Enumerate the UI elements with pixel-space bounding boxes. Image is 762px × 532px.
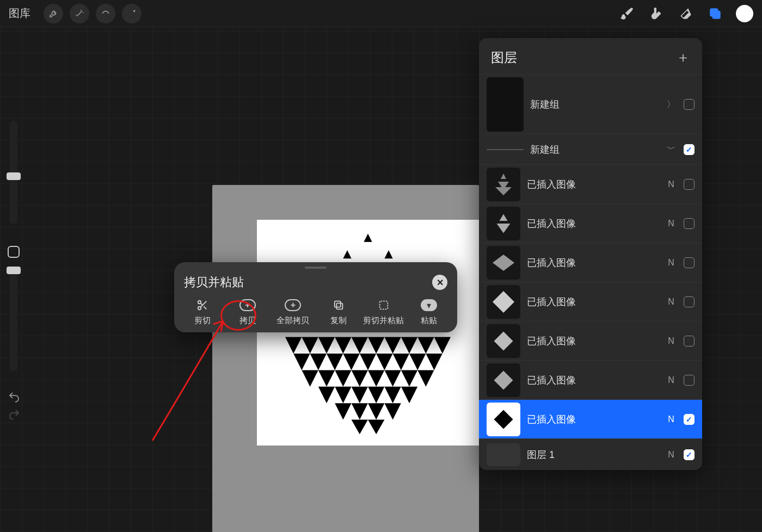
- layers-panel: 图层 ＋ 新建组 〉 新建组 ﹀ 已插入图像 N 已插入图像: [479, 38, 702, 470]
- layers-list[interactable]: 新建组 〉 新建组 ﹀ 已插入图像 N 已插入图像 N 已插入图像 N: [479, 75, 702, 470]
- svg-marker-4: [384, 250, 392, 258]
- duplicate-button[interactable]: 复制: [318, 299, 359, 326]
- svg-marker-65: [494, 410, 513, 429]
- opacity-thumb[interactable]: [7, 267, 21, 274]
- cut-paste-button[interactable]: 剪切并粘贴: [363, 299, 404, 326]
- layer-row[interactable]: 已插入图像 N: [479, 321, 702, 360]
- layer-row[interactable]: 已插入图像 N: [479, 243, 702, 282]
- scissors-icon: [194, 299, 211, 311]
- visibility-checkbox[interactable]: [684, 449, 695, 460]
- layer-row[interactable]: 已插入图像 N: [479, 164, 702, 203]
- svg-marker-26: [434, 337, 451, 353]
- wrench-icon[interactable]: [44, 4, 63, 23]
- visibility-checkbox[interactable]: [684, 179, 695, 190]
- action-label: 全部拷贝: [276, 316, 309, 326]
- blend-mode-indicator[interactable]: N: [665, 180, 677, 189]
- undo-icon[interactable]: [8, 391, 22, 405]
- svg-marker-56: [501, 174, 506, 179]
- wand-icon[interactable]: [70, 4, 89, 23]
- brush-size-thumb[interactable]: [7, 172, 21, 180]
- visibility-checkbox[interactable]: [684, 414, 695, 425]
- redo-icon[interactable]: [8, 408, 22, 422]
- blend-mode-indicator[interactable]: N: [665, 450, 677, 460]
- color-swatch[interactable]: [736, 5, 753, 22]
- visibility-checkbox[interactable]: [684, 296, 695, 307]
- svg-marker-36: [302, 370, 318, 386]
- copy-all-button[interactable]: + 全部拷贝: [272, 299, 314, 326]
- svg-marker-37: [318, 370, 335, 386]
- close-icon[interactable]: ✕: [432, 275, 447, 290]
- opacity-slider[interactable]: [10, 268, 17, 371]
- brush-icon[interactable]: [618, 5, 636, 22]
- svg-marker-64: [494, 370, 513, 389]
- modifier-button[interactable]: [8, 246, 20, 258]
- cut-button[interactable]: 剪切: [182, 299, 223, 326]
- transform-arrow-icon[interactable]: [122, 4, 142, 23]
- layer-row[interactable]: 已插入图像 N: [479, 399, 702, 438]
- blend-mode-indicator[interactable]: N: [665, 415, 677, 424]
- svg-marker-61: [493, 255, 514, 271]
- svg-marker-32: [376, 354, 392, 370]
- group-name: 新建组: [530, 98, 659, 111]
- group-thumbnail: [487, 77, 524, 132]
- visibility-checkbox[interactable]: [684, 375, 695, 386]
- visibility-checkbox[interactable]: [684, 257, 695, 268]
- svg-marker-45: [335, 386, 351, 403]
- visibility-checkbox[interactable]: [684, 218, 695, 229]
- svg-rect-70: [380, 301, 388, 310]
- svg-marker-19: [318, 337, 335, 353]
- blend-mode-indicator[interactable]: N: [665, 336, 677, 346]
- copy-all-icon: +: [285, 299, 301, 311]
- copy-button[interactable]: + 拷贝: [227, 299, 268, 326]
- add-layer-button[interactable]: ＋: [676, 48, 690, 67]
- paste-button[interactable]: ▾ 粘贴: [408, 299, 450, 326]
- action-label: 拷贝: [239, 316, 256, 326]
- svg-marker-27: [293, 354, 310, 370]
- group-collapse-handle: [487, 149, 524, 150]
- action-label: 粘贴: [421, 316, 437, 326]
- svg-marker-30: [343, 354, 359, 370]
- svg-marker-40: [368, 370, 384, 386]
- layer-row[interactable]: 已插入图像 N: [479, 360, 702, 399]
- svg-marker-28: [310, 354, 327, 370]
- eraser-icon[interactable]: [677, 5, 695, 22]
- svg-marker-48: [384, 386, 401, 403]
- visibility-checkbox[interactable]: [684, 144, 695, 155]
- svg-marker-58: [495, 187, 512, 195]
- layers-icon[interactable]: [706, 5, 724, 22]
- blend-mode-indicator[interactable]: N: [665, 375, 677, 385]
- svg-marker-43: [417, 370, 434, 386]
- selection-icon[interactable]: [96, 4, 115, 23]
- svg-point-66: [198, 301, 201, 304]
- svg-marker-17: [285, 337, 302, 353]
- smudge-icon[interactable]: [648, 5, 665, 22]
- svg-marker-60: [497, 224, 511, 233]
- gallery-button[interactable]: 图库: [9, 6, 30, 21]
- layer-row[interactable]: 已插入图像 N: [479, 282, 702, 321]
- layer-group-row[interactable]: 新建组 ﹀: [479, 134, 702, 164]
- svg-marker-62: [493, 291, 514, 313]
- layer-row[interactable]: 已插入图像 N: [479, 203, 702, 243]
- copy-paste-popover: 拷贝并粘贴 ✕ 剪切 + 拷贝 + 全部拷贝 复制: [174, 262, 457, 332]
- layer-group-row[interactable]: 新建组 〉: [479, 75, 702, 134]
- svg-marker-47: [368, 386, 384, 403]
- chevron-down-icon[interactable]: ﹀: [665, 144, 677, 155]
- blend-mode-indicator[interactable]: N: [665, 297, 677, 307]
- svg-marker-2: [364, 233, 372, 242]
- svg-marker-18: [302, 337, 318, 353]
- action-label: 剪切: [194, 316, 211, 326]
- blend-mode-indicator[interactable]: N: [665, 258, 677, 268]
- visibility-checkbox[interactable]: [684, 99, 695, 110]
- visibility-checkbox[interactable]: [684, 336, 695, 347]
- layer-name: 已插入图像: [527, 374, 659, 387]
- layer-name: 已插入图像: [527, 217, 659, 230]
- chevron-right-icon[interactable]: 〉: [665, 99, 677, 110]
- svg-marker-50: [335, 403, 351, 419]
- layer-name: 已插入图像: [527, 413, 659, 426]
- svg-marker-35: [426, 354, 442, 370]
- artboard: [212, 185, 479, 532]
- svg-marker-21: [352, 337, 368, 353]
- layers-panel-title: 图层: [491, 49, 517, 66]
- layer-row[interactable]: 图层 1 N: [479, 438, 702, 470]
- blend-mode-indicator[interactable]: N: [665, 219, 677, 228]
